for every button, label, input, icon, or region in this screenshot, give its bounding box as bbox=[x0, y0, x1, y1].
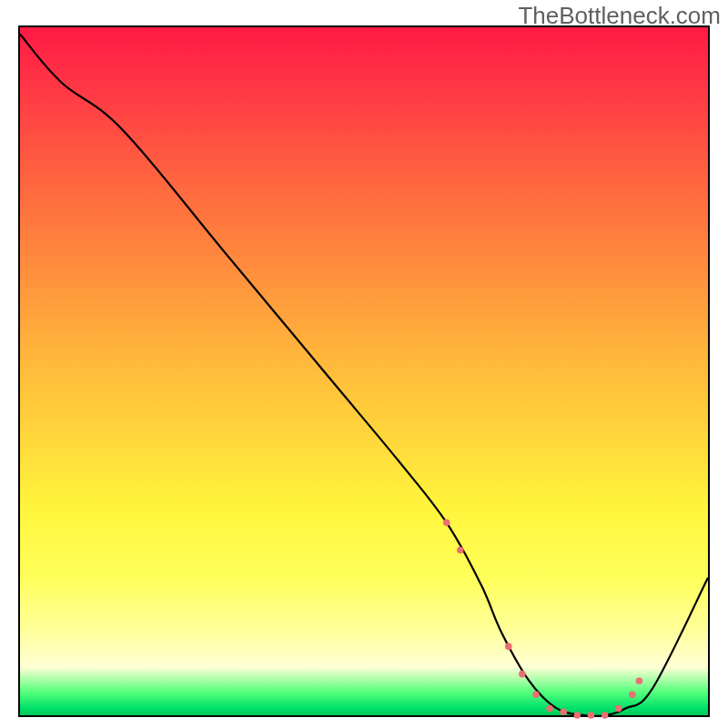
marker-dot bbox=[505, 643, 512, 651]
watermark-text: TheBottleneck.com bbox=[518, 2, 721, 30]
marker-dot bbox=[636, 677, 643, 684]
marker-dot bbox=[629, 692, 636, 699]
marker-dot bbox=[560, 708, 567, 715]
marker-dot bbox=[602, 712, 609, 719]
bottleneck-curve bbox=[20, 35, 708, 716]
plot-area bbox=[18, 25, 710, 717]
curve-markers bbox=[443, 520, 642, 719]
marker-dot bbox=[457, 547, 464, 554]
curve-overlay bbox=[20, 27, 708, 715]
marker-dot bbox=[588, 712, 595, 719]
marker-dot bbox=[532, 692, 540, 699]
marker-dot bbox=[443, 520, 450, 527]
marker-dot bbox=[574, 712, 581, 719]
marker-dot bbox=[546, 705, 553, 713]
marker-dot bbox=[519, 671, 526, 678]
marker-dot bbox=[615, 705, 622, 713]
figure-root: TheBottleneck.com bbox=[0, 0, 728, 728]
